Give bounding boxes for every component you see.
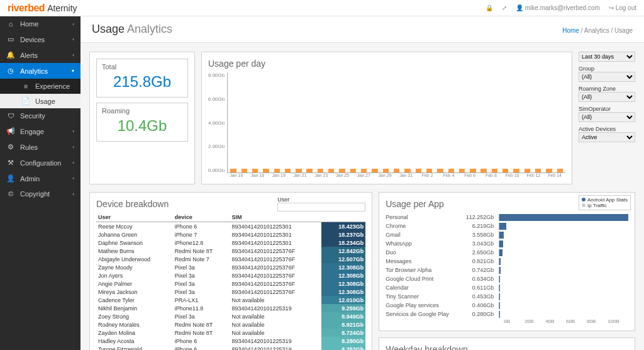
- roaming-zone-select[interactable]: (All): [579, 92, 635, 102]
- day-bar: [285, 169, 291, 172]
- day-bar: [361, 169, 367, 172]
- logo-aternity: Aternity: [47, 3, 77, 13]
- day-bar: [492, 169, 497, 172]
- table-row[interactable]: Hadley AcostaiPhone 68934041420101225319…: [96, 337, 365, 345]
- period-select[interactable]: Last 30 days: [579, 52, 635, 62]
- devices-icon: ▭: [6, 35, 15, 43]
- table-row[interactable]: Tyrone FitzgeraldiPhone 6893404142010122…: [96, 345, 365, 350]
- col-sim: SIM: [230, 213, 322, 222]
- total-label: Total: [102, 63, 182, 71]
- totals-card: Total 215.8Gb Roaming 10.4Gb: [89, 52, 195, 184]
- sidebar-item-security[interactable]: 🛡Security: [0, 108, 80, 123]
- sidebar-item-label: Copyright: [20, 190, 50, 198]
- sim-operator-select[interactable]: (All): [579, 112, 635, 122]
- day-bar: [525, 169, 530, 172]
- usage-per-app-card: Usage per App Android App Stats Ip Traff…: [379, 192, 635, 331]
- table-row[interactable]: Daphne SwansoniPhone12.88934041420101225…: [96, 239, 365, 247]
- table-row[interactable]: Mathew BurnsRedmi Note 8T893404142010122…: [96, 247, 365, 255]
- device-breakdown-card: Device breakdown User UserdeviceSIM Rees…: [89, 192, 372, 350]
- weekday-breakdown-card: Weekday breakdown 0123456789101112131415…: [379, 337, 635, 350]
- sidebar-item-admin[interactable]: 👤Admin‹: [0, 171, 80, 186]
- total-value: 215.8Gb: [102, 71, 182, 93]
- sidebar-item-experience[interactable]: ≡Experience: [15, 79, 80, 94]
- chevron-icon: ‹: [72, 21, 74, 27]
- chevron-icon: ‹: [72, 176, 74, 181]
- day-bar: [404, 169, 410, 172]
- usage-per-day-card: Usage per day 8.00Gb6.00Gb4.00Gb2.00Gb0.…: [201, 52, 572, 184]
- sidebar-item-usage[interactable]: 📄Usage: [15, 94, 80, 108]
- configuration-icon: ⚒: [6, 159, 15, 167]
- table-row[interactable]: Johanna GreeniPhone 78934041420101225301…: [96, 230, 365, 239]
- sidebar-item-configuration[interactable]: ⚒Configuration‹: [0, 155, 80, 171]
- table-row[interactable]: Zayden MolinaRedmi Note 8TNot available8…: [96, 329, 365, 337]
- expand-icon[interactable]: ⤢: [502, 4, 507, 11]
- table-row[interactable]: Zayne MoodyPixel 3a8934041420101225376F1…: [96, 263, 365, 271]
- day-bar: [230, 169, 236, 172]
- chevron-icon: ‹: [72, 52, 74, 58]
- sidebar-item-home[interactable]: ⌂Home‹: [0, 16, 80, 31]
- copyright-icon: ©: [6, 190, 15, 198]
- sidebar-item-analytics[interactable]: ◷Analytics▾: [0, 63, 80, 79]
- daily-bar-chart: [227, 72, 565, 173]
- sidebar-item-label: Engage: [20, 128, 44, 135]
- day-bar: [339, 169, 345, 172]
- alerts-icon: 🔔: [6, 51, 15, 59]
- main: Usage Analytics Home / Analytics / Usage…: [80, 16, 644, 350]
- day-bar: [242, 169, 247, 172]
- filters-panel: Last 30 days Group (All) Roaming Zone (A…: [579, 52, 635, 184]
- sidebar-item-alerts[interactable]: 🔔Alerts‹: [0, 47, 80, 63]
- app-row: Google Cloud Print0.634Gb: [386, 274, 628, 283]
- lock-icon[interactable]: 🔒: [486, 4, 493, 11]
- table-row[interactable]: Cadence TylerPRA-LX1Not available12.010G…: [96, 296, 365, 304]
- table-row[interactable]: Mireya JacksonPixel 3a893404142010122537…: [96, 288, 365, 296]
- sidebar-item-label: Alerts: [20, 52, 38, 59]
- app-row: Gmail3.558Gb: [386, 230, 628, 239]
- chevron-icon: ‹: [72, 144, 74, 150]
- day-bar: [416, 169, 421, 172]
- sidebar-item-engage[interactable]: 📢Engage‹: [0, 123, 80, 139]
- user-email[interactable]: 👤 mike.marks@riverbed.com: [516, 4, 600, 11]
- app-row: Google Play services0.406Gb: [386, 301, 628, 310]
- day-bar: [306, 169, 312, 172]
- day-bar: [372, 169, 377, 172]
- sidebar-item-rules[interactable]: ⚙Rules‹: [0, 139, 80, 155]
- sidebar-item-devices[interactable]: ▭Devices‹: [0, 31, 80, 47]
- sidebar-item-label: Usage: [35, 98, 55, 105]
- table-row[interactable]: Reese MccoyiPhone 6893404142010122530­11…: [96, 222, 365, 231]
- logout-link[interactable]: ↪ Log out: [609, 4, 636, 11]
- user-filter-input[interactable]: [277, 203, 365, 212]
- day-bar: [459, 169, 465, 172]
- app-row: WhatsApp3.043Gb: [386, 239, 628, 248]
- app-row: Chrome6.219Gb: [386, 222, 628, 230]
- sidebar-item-label: Devices: [20, 36, 45, 43]
- app-row: Messages0.821Gb: [386, 257, 628, 266]
- sidebar-item-copyright[interactable]: ©Copyright‹: [0, 186, 80, 201]
- sidebar-item-label: Configuration: [20, 159, 61, 167]
- breadcrumb: Home / Analytics / Usage: [562, 27, 633, 34]
- usage-icon: 📄: [21, 97, 30, 105]
- table-row[interactable]: Nikhil BenjaminiPhone11.8893404142010122…: [96, 304, 365, 312]
- sidebar-item-label: Experience: [35, 82, 70, 90]
- active-devices-select[interactable]: Active: [579, 132, 635, 142]
- day-bar: [448, 169, 454, 172]
- crumb-usage: Usage: [614, 27, 633, 34]
- day-bar: [502, 169, 508, 172]
- col-: [321, 213, 365, 222]
- table-row[interactable]: Zoey StrongPixel 3aNot available8.949Gb: [96, 312, 365, 320]
- table-row[interactable]: Jon AyersPixel 3a8934041420101225376F12.…: [96, 271, 365, 279]
- day-bar: [328, 169, 334, 172]
- user-filter-label: User: [277, 196, 365, 203]
- usage-per-day-title: Usage per day: [208, 59, 565, 69]
- day-bar: [350, 169, 356, 172]
- day-bar: [557, 169, 563, 172]
- table-row[interactable]: Rodney MoralesRedmi Note 8TNot available…: [96, 320, 365, 329]
- sidebar-item-label: Home: [20, 20, 38, 28]
- crumb-home[interactable]: Home: [562, 27, 579, 34]
- chevron-icon: ‹: [72, 160, 74, 166]
- security-icon: 🛡: [6, 112, 15, 120]
- table-row[interactable]: Abigayle UnderwoodRedmi Note 78934041420…: [96, 255, 365, 263]
- group-select[interactable]: (All): [579, 72, 635, 82]
- admin-icon: 👤: [6, 174, 15, 183]
- weekday-title: Weekday breakdown: [386, 344, 628, 350]
- table-row[interactable]: Angie PalmerPixel 3a8934041420101225376F…: [96, 279, 365, 288]
